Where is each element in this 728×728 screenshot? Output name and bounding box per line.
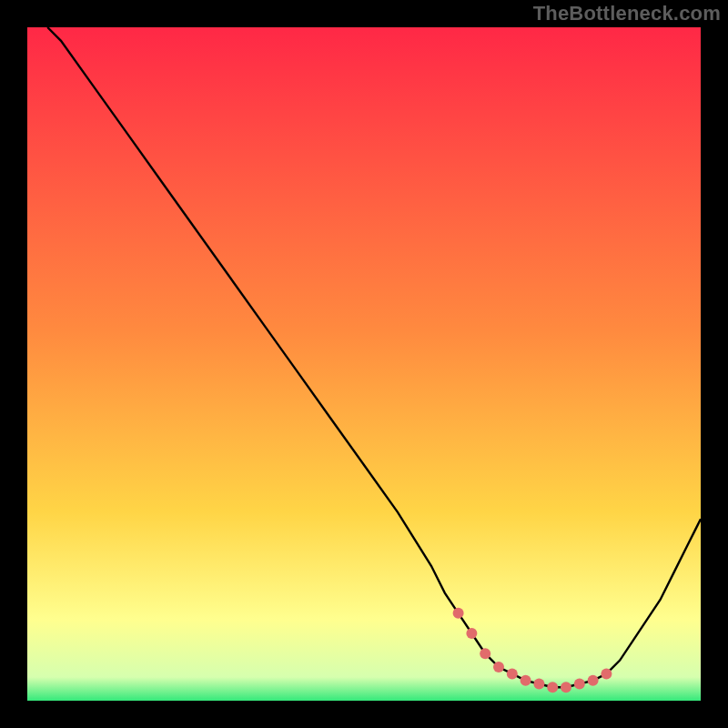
marker-dot: [453, 608, 464, 619]
marker-dot: [574, 679, 585, 690]
marker-dot: [521, 675, 531, 686]
marker-dot: [533, 679, 544, 690]
gradient-background: [27, 27, 701, 701]
watermark-text: TheBottleneck.com: [533, 2, 721, 25]
bottleneck-chart: [27, 27, 701, 701]
chart-container: TheBottleneck.com: [0, 0, 728, 728]
marker-dot: [466, 628, 477, 639]
marker-dot: [547, 682, 558, 693]
marker-dot: [561, 682, 571, 693]
marker-dot: [588, 675, 599, 686]
plot-area: [27, 27, 701, 701]
marker-dot: [480, 648, 490, 659]
marker-dot: [507, 668, 518, 679]
marker-dot: [493, 662, 504, 672]
marker-dot: [601, 668, 612, 679]
